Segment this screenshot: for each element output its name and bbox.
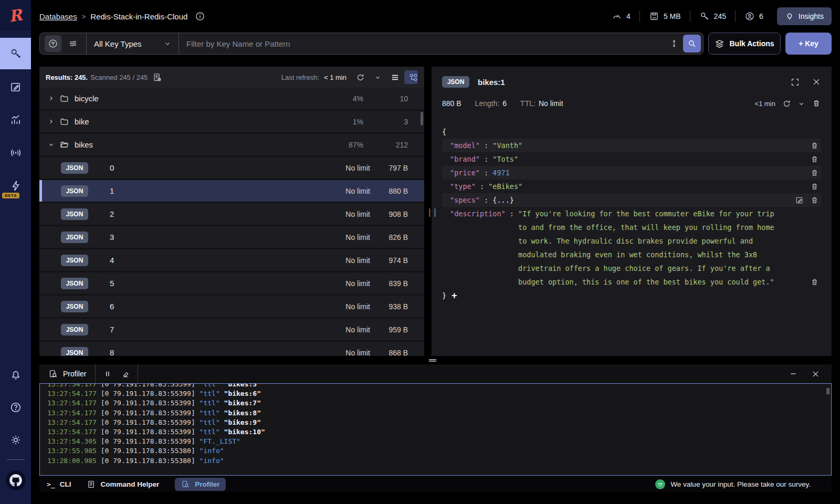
survey-link[interactable]: We value your input. Please take our sur… (655, 479, 826, 489)
delete-field-icon[interactable] (810, 196, 819, 205)
metric-divider (735, 10, 736, 22)
filter-mode-button[interactable] (45, 35, 61, 52)
info-icon[interactable] (195, 11, 205, 22)
delete-field-icon[interactable] (810, 182, 819, 191)
key-row-bikes-1[interactable]: JSON 1 No limit 880 B (39, 180, 424, 202)
close-icon[interactable] (812, 77, 821, 87)
json-field-description[interactable]: "description" : "If you're looking for t… (442, 207, 821, 289)
log-line: 13:28:00.985 [0 79.191.178.83:55380] "in… (47, 456, 831, 466)
json-field-price[interactable]: "price" : 4971 (442, 166, 821, 180)
refresh-options-chevron-icon[interactable] (374, 74, 381, 81)
pause-profiler-button[interactable] (100, 366, 116, 382)
help-button[interactable] (0, 391, 31, 424)
command-helper-label: Command Helper (100, 480, 159, 488)
key-row-bikes-4[interactable]: JSON 4 No limit 974 B (39, 249, 424, 271)
tree-folder-bicycle[interactable]: bicycle 4% 10 (39, 88, 424, 109)
command-helper-button[interactable]: Command Helper (87, 480, 159, 489)
key-rows: bicycle 4% 10 bike 1% 3 bikes (39, 88, 424, 356)
key-list-scrollbar[interactable] (421, 112, 423, 125)
key-size: 908 B (370, 210, 408, 218)
key-ttl: No limit (302, 302, 370, 311)
json-field-specs[interactable]: "specs" : {...} (442, 193, 821, 207)
folder-count: 3 (363, 118, 408, 126)
breadcrumb: Databases > Redis-Stack-in-Redis-Cloud (39, 11, 205, 22)
add-key-button[interactable]: + Key (785, 33, 832, 55)
delete-field-icon[interactable] (810, 169, 819, 177)
profiler-log[interactable]: 13:27:54.177 [0 79.191.178.83:55399] "tt… (39, 383, 832, 476)
key-row-bikes-0[interactable]: JSON 0 No limit 797 B (39, 157, 424, 178)
question-icon (9, 401, 22, 414)
cli-button[interactable]: >_ CLI (47, 480, 71, 488)
refresh-options-chevron-icon[interactable] (798, 100, 805, 107)
sidebar: R BETA (0, 0, 31, 504)
key-row-bikes-2[interactable]: JSON 2 No limit 908 B (39, 203, 424, 225)
ttl-value[interactable]: No limit (539, 99, 563, 108)
close-icon[interactable] (811, 370, 820, 379)
json-field-value[interactable]: {...} (492, 193, 795, 207)
refresh-icon[interactable] (782, 99, 791, 108)
delete-field-icon[interactable] (810, 155, 819, 164)
key-type-selected: All Key Types (94, 39, 142, 48)
notifications-button[interactable] (0, 359, 31, 391)
profiler-tab[interactable]: Profiler (39, 364, 96, 383)
bottom-panel-resize-handle[interactable] (429, 359, 436, 362)
key-size: 797 B (370, 164, 408, 172)
pause-icon (104, 370, 111, 377)
json-field-key: "price" (450, 166, 480, 180)
insights-button[interactable]: Insights (777, 7, 832, 25)
key-filter-input[interactable] (179, 39, 669, 48)
fullscreen-icon[interactable] (790, 77, 800, 87)
sidebar-item-analytics[interactable] (0, 104, 31, 135)
bell-icon (9, 369, 22, 381)
tree-view-button[interactable] (404, 70, 418, 84)
database-metrics: 4 5 MB 245 6 (612, 10, 763, 22)
log-line: 13:27:54.177 [0 79.191.178.83:55399] "tt… (47, 398, 831, 408)
search-button[interactable] (683, 35, 701, 52)
profiler-toggle-button[interactable]: Profiler (175, 478, 226, 491)
chevron-down-icon (48, 141, 55, 148)
tree-folder-bike[interactable]: bike 1% 3 (39, 111, 424, 132)
breadcrumb-databases-link[interactable]: Databases (39, 12, 77, 21)
json-field-brand[interactable]: "brand" : "Tots" (442, 152, 821, 166)
sort-updown-icon[interactable] (669, 39, 679, 48)
clear-profiler-button[interactable] (118, 366, 133, 382)
delete-key-icon[interactable] (812, 99, 821, 108)
profiler-scrollbar[interactable] (826, 388, 830, 394)
minimize-icon[interactable] (789, 370, 797, 378)
key-row-bikes-6[interactable]: JSON 6 No limit 938 B (39, 296, 424, 317)
delete-field-icon[interactable] (810, 141, 819, 150)
add-field-icon[interactable]: + (452, 291, 457, 300)
chevron-down-icon (164, 40, 171, 47)
key-icon (9, 47, 22, 60)
json-field-type[interactable]: "type" : "eBikes" (442, 180, 821, 193)
sidebar-item-workbench[interactable] (0, 71, 31, 102)
key-list-panel: Results: 245. Scanned 245 / 245 Last ref… (39, 67, 424, 356)
sidebar-item-browser[interactable] (0, 38, 31, 69)
key-row-bikes-5[interactable]: JSON 5 No limit 839 B (39, 272, 424, 294)
key-row-bikes-7[interactable]: JSON 7 No limit 959 B (39, 319, 424, 340)
key-row-bikes-8[interactable]: JSON 8 No limit 868 B (39, 342, 424, 356)
bulk-actions-button[interactable]: Bulk Actions (708, 33, 781, 55)
key-type-dropdown[interactable]: All Key Types (87, 33, 179, 54)
scan-settings-icon[interactable] (152, 72, 162, 82)
sidebar-nav: BETA (0, 38, 31, 203)
key-ttl: No limit (302, 349, 370, 356)
json-colon: : (480, 166, 492, 180)
tree-folder-bikes[interactable]: bikes 87% 212 (39, 134, 424, 155)
github-button[interactable] (0, 464, 31, 497)
metric-clients: 6 (744, 11, 763, 22)
list-view-button[interactable] (386, 70, 400, 84)
delete-field-icon[interactable] (810, 278, 819, 287)
scan-mode-button[interactable] (65, 35, 81, 52)
sidebar-item-triggers-functions[interactable]: BETA (0, 170, 31, 202)
key-type-badge: JSON (61, 324, 88, 335)
refresh-icon[interactable] (356, 73, 365, 82)
panel-resize-handle[interactable]: || (427, 207, 438, 217)
key-name: 3 (110, 233, 114, 242)
settings-button[interactable] (0, 424, 31, 456)
json-field-model[interactable]: "model" : "Vanth" (442, 139, 821, 152)
sidebar-item-pubsub[interactable] (0, 137, 31, 169)
redis-home-button[interactable]: R (0, 0, 31, 31)
edit-field-icon[interactable] (795, 196, 804, 205)
key-row-bikes-3[interactable]: JSON 3 No limit 826 B (39, 226, 424, 248)
